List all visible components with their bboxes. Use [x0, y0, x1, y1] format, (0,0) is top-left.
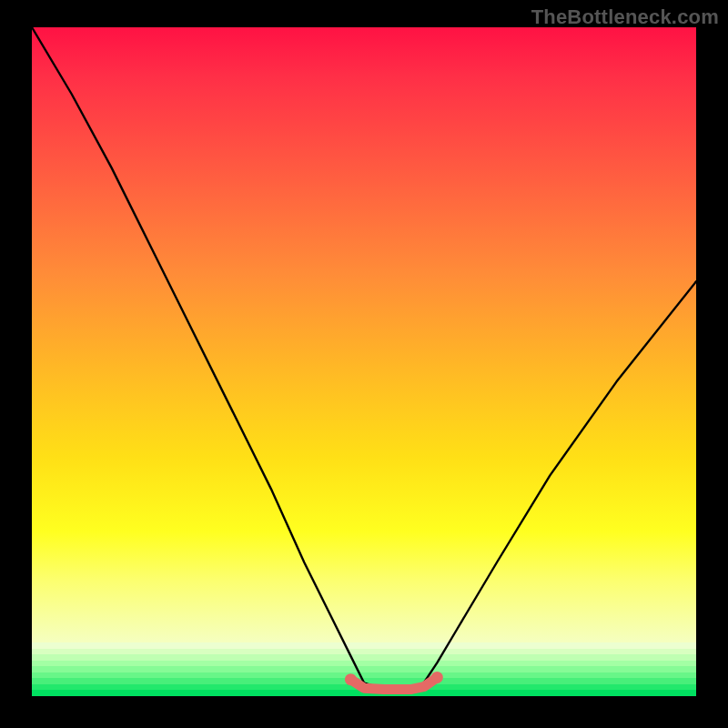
- plot-area: [32, 27, 696, 696]
- watermark-text: TheBottleneck.com: [531, 5, 719, 29]
- chart-frame: TheBottleneck.com: [0, 0, 728, 728]
- band-end-left: [345, 673, 357, 685]
- curve-layer: [32, 27, 696, 696]
- band-end-right: [431, 672, 443, 683]
- bottleneck-curve: [32, 27, 696, 690]
- bottleneck-band: [350, 677, 437, 689]
